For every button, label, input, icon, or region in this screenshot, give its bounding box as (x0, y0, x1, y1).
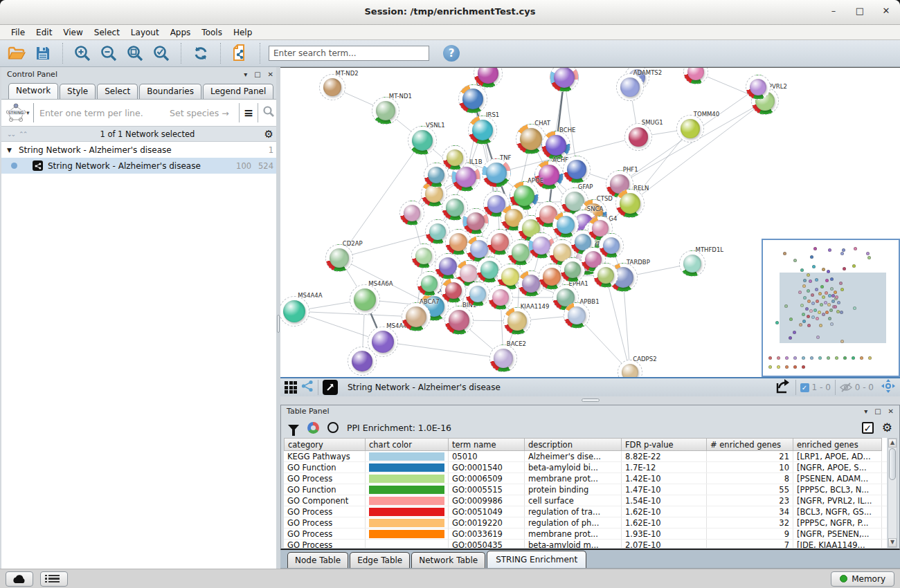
string-protein-query-selector[interactable]: STRING ▾ (6, 103, 33, 122)
collapse-triangle-icon[interactable]: ▼ (7, 147, 12, 154)
network-from-file-icon[interactable] (229, 43, 251, 64)
protein-node-mt-nd2[interactable]: MT-ND2 (319, 74, 345, 100)
menu-tools[interactable]: Tools (196, 26, 228, 39)
grid-view-icon[interactable] (285, 381, 297, 394)
scroll-down-icon[interactable]: ▼ (888, 538, 897, 547)
zoom-out-icon[interactable] (98, 43, 120, 64)
protein-node[interactable] (599, 233, 624, 258)
minimize-button[interactable]: – (828, 6, 839, 16)
table-row[interactable]: GO ProcessGO:0050435beta-amyloid m...2.0… (284, 540, 887, 548)
protein-node-adamts2[interactable]: ADAMTS2 (616, 73, 644, 101)
help-icon[interactable]: ? (443, 45, 460, 62)
memory-button[interactable]: Memory (831, 571, 894, 587)
table-row[interactable]: GO ProcessGO:0033619membrane prot...1.93… (284, 529, 887, 540)
string-options-icon[interactable]: ≡ (244, 106, 253, 120)
protein-node-vsnl1[interactable]: VSNL1 (408, 126, 437, 155)
tab-legend-panel[interactable]: Legend Panel (203, 84, 273, 99)
menu-file[interactable]: File (6, 26, 30, 39)
network-canvas[interactable]: MT-ND2MT-ND1VSNL1GAB2IRS1CHATBCHEADAMTS2… (280, 67, 900, 377)
protein-node[interactable] (563, 156, 591, 183)
protein-node[interactable] (488, 285, 513, 310)
search-input[interactable] (269, 46, 429, 61)
table-row[interactable]: GO ProcessGO:0051049regulation of tra...… (284, 506, 887, 517)
tab-select[interactable]: Select (97, 84, 138, 99)
save-session-button[interactable] (32, 43, 54, 64)
protein-node-ms4a4a[interactable]: MS4A4A (280, 296, 309, 327)
protein-node-cd2ap[interactable]: CD2AP (325, 244, 353, 272)
protein-node-abca7[interactable]: ABCA7 (402, 302, 431, 331)
protein-node[interactable] (424, 163, 449, 187)
maximize-button[interactable]: □ (854, 6, 865, 16)
menu-view[interactable]: View (57, 26, 88, 39)
protein-node-bin1[interactable]: BIN1 (444, 306, 474, 335)
enrichment-chart-icon[interactable] (307, 422, 319, 434)
scrollbar-thumb[interactable] (889, 448, 896, 480)
horizontal-splitter[interactable] (280, 396, 900, 405)
tab-boundaries[interactable]: Boundaries (139, 84, 201, 99)
protein-node-irs1[interactable]: IRS1 (468, 116, 497, 145)
task-history-button[interactable] (40, 571, 68, 587)
protein-node-tomm40[interactable]: TOMM40 (676, 115, 704, 143)
expand-all-icon[interactable]: ⌃⌃ (19, 131, 26, 138)
navigator-icon[interactable] (881, 378, 896, 396)
column-header-enriched-genes[interactable]: enriched genes (793, 438, 882, 451)
table-row[interactable]: GO ComponentGO:0009986cell surface1.54E-… (284, 495, 887, 506)
string-search-icon[interactable] (262, 105, 275, 120)
table-panel-float-icon[interactable]: □ (874, 407, 881, 415)
panel-menu-icon[interactable]: ▾ (244, 71, 247, 78)
column-header-term-name[interactable]: term name (449, 438, 525, 451)
collapse-all-icon[interactable]: ⌄⌄ (7, 131, 15, 138)
table-row[interactable]: GO FunctionGO:0005515protein binding1.47… (284, 484, 887, 495)
share-network-icon[interactable] (301, 380, 314, 395)
protein-node-cadps2[interactable]: CADPS2 (618, 360, 642, 377)
protein-node-smug1[interactable]: SMUG1 (624, 123, 652, 151)
protein-node-apbb1[interactable]: APBB1 (564, 302, 590, 329)
table-settings-gear-icon[interactable]: ⚙ (882, 421, 892, 434)
table-row[interactable]: KEGG Pathways05010Alzheimer's dise...8.8… (284, 451, 887, 462)
menu-select[interactable]: Select (89, 26, 125, 39)
string-query-input[interactable] (39, 108, 170, 118)
panel-close-icon[interactable]: ✕ (268, 71, 273, 78)
protein-node[interactable] (417, 271, 442, 296)
protein-node[interactable] (441, 278, 466, 303)
set-species-label[interactable]: Set species → (170, 108, 229, 118)
protein-node[interactable] (399, 201, 424, 226)
protein-node[interactable] (411, 244, 436, 268)
protein-node-reln[interactable]: RELN (615, 189, 645, 218)
refresh-icon[interactable] (190, 43, 212, 64)
menu-edit[interactable]: Edit (30, 26, 57, 39)
tab-network-table[interactable]: Network Table (411, 552, 485, 568)
table-panel-close-icon[interactable]: ✕ (888, 407, 894, 415)
protein-node-kiaa1149[interactable]: KIAA1149 (503, 307, 531, 335)
table-scrollbar[interactable]: ▲ ▼ (888, 438, 897, 548)
select-columns-icon[interactable]: ✓ (862, 422, 874, 434)
network-collection-row[interactable]: ▼ String Network - Alzheimer's disease 1 (1, 142, 279, 158)
protein-node[interactable] (593, 263, 618, 288)
protein-node[interactable] (746, 75, 771, 100)
zoom-in-icon[interactable] (71, 43, 93, 64)
panel-float-icon[interactable]: □ (254, 71, 260, 78)
protein-node-gab2[interactable]: GAB2 (458, 84, 487, 113)
protein-node[interactable] (462, 208, 489, 235)
protein-node-bche[interactable]: BCHE (541, 131, 570, 160)
open-session-button[interactable] (6, 43, 28, 64)
tab-network[interactable]: Network (8, 83, 58, 99)
protein-node-ms4a6a[interactable]: MS4A6A (350, 284, 380, 315)
network-options-gear-icon[interactable]: ⚙ (264, 128, 273, 140)
column-header-description[interactable]: description (525, 438, 622, 451)
protein-node[interactable] (442, 145, 467, 170)
annotation-mode-icon[interactable] (323, 380, 338, 395)
tab-node-table[interactable]: Node Table (287, 552, 348, 568)
protein-node[interactable] (348, 347, 377, 376)
close-button[interactable]: ✕ (881, 6, 892, 16)
scroll-up-icon[interactable]: ▲ (888, 439, 897, 448)
protein-node-bace2[interactable]: BACE2 (489, 344, 517, 372)
column-header-FDR-p-value[interactable]: FDR p-value (622, 438, 707, 451)
column-header-chart-color[interactable]: chart color (366, 438, 449, 451)
menu-apps[interactable]: Apps (165, 26, 197, 39)
cloud-tasks-button[interactable] (6, 571, 33, 587)
birds-eye-view[interactable] (762, 239, 900, 377)
tab-style[interactable]: Style (60, 84, 96, 99)
table-row[interactable]: GO FunctionGO:0001540beta-amyloid bi...1… (284, 462, 887, 473)
table-row[interactable]: GO ProcessGO:0006509membrane prot...1.42… (284, 473, 887, 484)
